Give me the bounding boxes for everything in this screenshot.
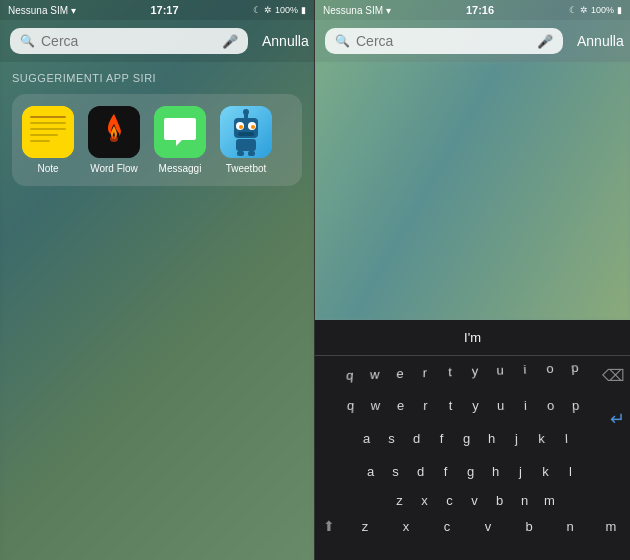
arc-key-u[interactable]: u [489, 363, 511, 378]
arc-key-u2[interactable]: u [489, 398, 511, 413]
app-label-tweetbot: Tweetbot [226, 163, 267, 174]
svg-rect-20 [248, 151, 255, 156]
arc-key-b3[interactable]: b [518, 519, 540, 534]
arc-key-i[interactable]: i [514, 362, 537, 377]
moon-icon-right: ☾ [569, 5, 577, 15]
arc-key-r[interactable]: r [414, 365, 436, 380]
arc-key-m3[interactable]: m [600, 519, 622, 534]
arc-key-j3[interactable]: j [510, 464, 532, 479]
svg-rect-18 [236, 139, 256, 151]
arc-key-q[interactable]: q [338, 368, 361, 383]
arc-key-z2[interactable]: z [389, 493, 411, 508]
mic-icon-left[interactable]: 🎤 [222, 34, 238, 49]
arc-key-x2[interactable]: x [414, 493, 436, 508]
arc-key-b2[interactable]: b [489, 493, 511, 508]
arc-key-h3[interactable]: h [485, 464, 507, 479]
battery-icon-left: ▮ [301, 5, 306, 15]
arc-key-y2[interactable]: y [464, 398, 486, 413]
app-label-wordflow: Word Flow [90, 163, 138, 174]
battery-text-left: 100% [275, 5, 298, 15]
svg-point-16 [243, 109, 249, 115]
arc-key-k2[interactable]: k [530, 431, 552, 446]
arc-key-k3[interactable]: k [535, 464, 557, 479]
arc-key-g2[interactable]: g [455, 431, 477, 446]
cancel-button-left[interactable]: Annulla [254, 33, 309, 49]
search-container-right: 🔍 🎤 Annulla [315, 20, 630, 62]
arc-key-a3[interactable]: a [360, 464, 382, 479]
arc-key-q2[interactable]: q [339, 398, 362, 413]
arc-key-y[interactable]: y [464, 364, 486, 379]
arc-key-l2[interactable]: l [555, 431, 578, 446]
svg-rect-19 [237, 151, 244, 156]
arc-keys-wrapper: ⌫ q w e r t y u i o p ↵ q w e r [315, 356, 630, 556]
arc-key-g3[interactable]: g [460, 464, 482, 479]
cancel-button-right[interactable]: Annulla [569, 33, 624, 49]
arc-key-n3[interactable]: n [559, 519, 581, 534]
moon-icon-left: ☾ [253, 5, 261, 15]
bt-icon-left: ✲ [264, 5, 272, 15]
arc-key-z3[interactable]: z [354, 519, 376, 534]
arc-key-i2[interactable]: i [514, 398, 537, 413]
arc-key-l3[interactable]: l [560, 464, 582, 479]
arc-key-x3[interactable]: x [395, 519, 417, 534]
app-icon-notes [22, 106, 74, 158]
arc-row-3: a s d f g h j k l [327, 431, 607, 446]
app-grid: Note Word Flow [12, 94, 302, 186]
app-item-messaggi[interactable]: Messaggi [154, 106, 206, 174]
svg-rect-5 [30, 140, 50, 142]
mic-icon-right[interactable]: 🎤 [537, 34, 553, 49]
search-container-left: 🔍 🎤 Annulla [0, 20, 314, 62]
arc-shift-key[interactable]: ⬆ [323, 518, 335, 534]
arc-key-r2[interactable]: r [414, 398, 436, 413]
app-icon-messaggi [154, 106, 206, 158]
arc-key-d3[interactable]: d [410, 464, 432, 479]
arc-key-d2[interactable]: d [405, 431, 427, 446]
arc-key-e2[interactable]: e [389, 398, 412, 413]
arc-key-m2[interactable]: m [539, 493, 561, 508]
arc-return-key[interactable]: ↵ [610, 408, 625, 430]
wifi-icon-right: ▾ [386, 5, 391, 16]
app-icon-wordflow [88, 106, 140, 158]
search-bar-right[interactable]: 🔍 🎤 [325, 28, 563, 54]
arc-key-e[interactable]: e [389, 366, 412, 381]
app-item-wordflow[interactable]: Word Flow [88, 106, 140, 174]
svg-rect-1 [30, 116, 66, 118]
arc-suggestion[interactable]: I'm [464, 330, 481, 345]
arc-key-t2[interactable]: t [439, 398, 461, 413]
arc-key-t[interactable]: t [439, 364, 461, 379]
arc-key-c2[interactable]: c [439, 493, 461, 508]
messaggi-icon-svg [154, 106, 206, 158]
arc-key-f3[interactable]: f [435, 464, 457, 479]
arc-key-w[interactable]: w [363, 367, 386, 382]
app-item-tweetbot[interactable]: Tweetbot [220, 106, 272, 174]
arc-key-v2[interactable]: v [464, 493, 486, 508]
arc-key-o[interactable]: o [538, 361, 561, 376]
arc-key-p2[interactable]: p [564, 398, 587, 413]
arc-key-w2[interactable]: w [364, 398, 387, 413]
arc-key-p[interactable]: p [563, 360, 586, 375]
svg-point-7 [110, 136, 118, 142]
arc-key-c3[interactable]: c [436, 519, 458, 534]
arc-key-j2[interactable]: j [505, 431, 527, 446]
app-item-notes[interactable]: Note [22, 106, 74, 174]
arc-key-a2[interactable]: a [355, 431, 378, 446]
svg-rect-3 [30, 128, 66, 130]
arc-key-f2[interactable]: f [430, 431, 452, 446]
arc-key-n2[interactable]: n [514, 493, 536, 508]
search-bar-left[interactable]: 🔍 🎤 [10, 28, 248, 54]
notes-icon-svg [22, 106, 74, 158]
arc-key-s3[interactable]: s [385, 464, 407, 479]
search-input-right[interactable] [356, 33, 531, 49]
right-screen: Nessuna SIM ▾ 17:16 ☾ ✲ 100% ▮ 🔍 🎤 Annul… [315, 0, 630, 560]
arc-key-v3[interactable]: v [477, 519, 499, 534]
arc-keyboard: I'm ⌫ q w e r t y u i o p ↵ q [315, 320, 630, 560]
app-label-notes: Note [37, 163, 58, 174]
siri-section: SUGGERIMENTI APP SIRI Note [0, 62, 314, 196]
search-input-left[interactable] [41, 33, 216, 49]
arc-key-o2[interactable]: o [539, 398, 562, 413]
bt-icon-right: ✲ [580, 5, 588, 15]
svg-point-13 [239, 125, 243, 129]
arc-key-s2[interactable]: s [380, 431, 402, 446]
wordflow-icon-svg [88, 106, 140, 158]
arc-key-h2[interactable]: h [480, 431, 502, 446]
